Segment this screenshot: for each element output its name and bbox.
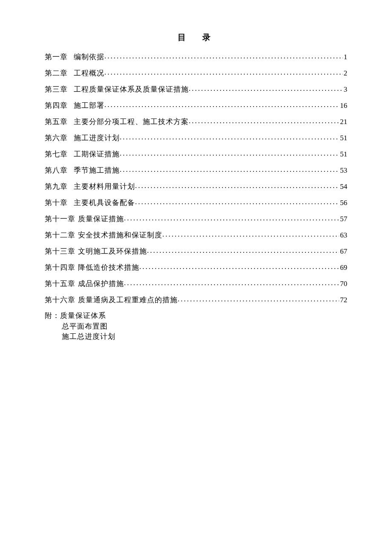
toc-chapter: 第三章 [45, 86, 68, 93]
toc-title: 施工进度计划 [74, 134, 120, 142]
toc-chapter: 第二章 [45, 69, 68, 77]
toc-leader-dots [178, 295, 339, 303]
toc-leader-dots [120, 166, 339, 173]
toc-row: 第四章施工部署16 [45, 102, 347, 109]
appendix-line: 施工总进度计划 [45, 332, 347, 342]
toc-leader-dots [104, 101, 339, 108]
toc-leader-dots [120, 150, 339, 157]
toc-row: 第五章主要分部分项工程、施工技术方案21 [45, 118, 347, 125]
toc-chapter: 第十章 [45, 199, 68, 206]
toc-page: 2 [343, 69, 348, 77]
toc-chapter: 第十六章 [45, 296, 75, 304]
toc-page: 51 [339, 134, 347, 142]
toc-title: 主要分部分项工程、施工技术方案 [74, 118, 189, 125]
toc-page: 53 [339, 167, 347, 174]
toc-title: 施工部署 [74, 102, 104, 109]
appendix-line: 总平面布置图 [45, 321, 347, 332]
toc-leader-dots [162, 231, 339, 238]
toc-leader-dots [124, 279, 339, 286]
toc-title: 降低造价技术措施 [78, 264, 139, 271]
toc-chapter: 第十五章 [45, 280, 75, 287]
toc-title: 安全技术措施和保证制度 [78, 231, 162, 239]
toc-leader-dots [124, 214, 339, 222]
toc-page: 70 [339, 280, 347, 287]
toc-chapter: 第十四章 [45, 264, 75, 271]
toc-title: 文明施工及环保措施 [78, 248, 147, 255]
toc-row: 第十六章质量通病及工程重难点的措施72 [45, 296, 347, 304]
toc-page: 72 [339, 296, 347, 304]
toc-row: 第一章编制依据1 [45, 53, 347, 61]
toc-chapter: 第四章 [45, 102, 68, 109]
toc-title: 质量通病及工程重难点的措施 [78, 296, 178, 304]
toc-page: 67 [339, 248, 347, 255]
toc-row: 第十三章文明施工及环保措施67 [45, 248, 347, 255]
toc-title: 主要机具设备配备 [74, 199, 135, 206]
toc-page: 3 [343, 86, 348, 93]
toc-leader-dots [139, 263, 339, 270]
toc-row: 第八章季节施工措施53 [45, 167, 347, 174]
toc-row: 第三章工程质量保证体系及质量保证措施3 [45, 86, 347, 93]
toc-row: 第二章工程概况2 [45, 69, 347, 77]
toc-row: 第十五章成品保护措施70 [45, 280, 347, 287]
table-of-contents: 第一章编制依据1第二章工程概况2第三章工程质量保证体系及质量保证措施3第四章施工… [45, 53, 347, 304]
toc-page: 69 [339, 264, 347, 271]
toc-leader-dots [189, 85, 343, 92]
toc-row: 第十章主要机具设备配备56 [45, 199, 347, 206]
toc-row: 第十四章降低造价技术措施69 [45, 264, 347, 271]
toc-chapter: 第一章 [45, 53, 68, 61]
toc-leader-dots [135, 198, 339, 205]
toc-title: 编制依据 [74, 53, 104, 61]
toc-chapter: 第十一章 [45, 215, 75, 223]
toc-title: 主要材料用量计划 [74, 183, 135, 190]
toc-chapter: 第十二章 [45, 231, 75, 239]
toc-page: 16 [339, 102, 347, 109]
toc-chapter: 第十三章 [45, 248, 75, 255]
toc-chapter: 第五章 [45, 118, 68, 125]
toc-title: 成品保护措施 [78, 280, 124, 287]
toc-leader-dots [135, 182, 339, 189]
toc-leader-dots [120, 133, 339, 141]
appendix-line: 附：质量保证体系 [45, 311, 347, 321]
toc-title: 质量保证措施 [78, 215, 124, 223]
toc-leader-dots [104, 52, 343, 60]
toc-leader-dots [104, 69, 343, 76]
toc-row: 第九章主要材料用量计划54 [45, 183, 347, 190]
toc-row: 第十一章质量保证措施57 [45, 215, 347, 223]
toc-page: 56 [339, 199, 347, 206]
toc-page: 54 [339, 183, 347, 190]
toc-page: 57 [339, 215, 347, 223]
toc-chapter: 第九章 [45, 183, 68, 190]
toc-title: 季节施工措施 [74, 167, 120, 174]
toc-title: 工期保证措施 [74, 150, 120, 158]
toc-page: 63 [339, 231, 347, 239]
toc-chapter: 第八章 [45, 167, 68, 174]
toc-page: 21 [339, 118, 347, 125]
toc-leader-dots [147, 247, 339, 254]
toc-page: 1 [343, 53, 348, 61]
toc-row: 第十二章安全技术措施和保证制度63 [45, 231, 347, 239]
toc-chapter: 第六章 [45, 134, 68, 142]
toc-page: 51 [339, 150, 347, 158]
toc-leader-dots [189, 117, 339, 124]
toc-title: 工程概况 [74, 69, 104, 77]
appendix-block: 附：质量保证体系 总平面布置图 施工总进度计划 [45, 311, 347, 342]
toc-title: 工程质量保证体系及质量保证措施 [74, 86, 189, 93]
toc-row: 第六章施工进度计划51 [45, 134, 347, 142]
page-title: 目 录 [45, 32, 347, 43]
toc-row: 第七章工期保证措施51 [45, 150, 347, 158]
toc-chapter: 第七章 [45, 150, 68, 158]
